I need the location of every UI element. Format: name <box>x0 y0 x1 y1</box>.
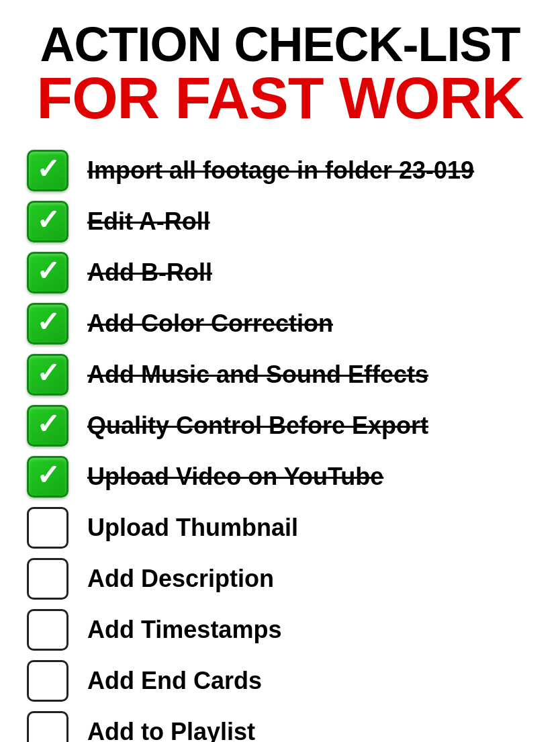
checkmark-icon: ✓ <box>36 359 60 387</box>
checkbox-checked[interactable]: ✓ <box>27 201 68 242</box>
checkmark-icon: ✓ <box>36 461 60 490</box>
item-label: Edit A-Roll <box>87 207 210 236</box>
item-label: Add Timestamps <box>87 616 281 644</box>
checkmark-icon: ✓ <box>36 206 60 234</box>
item-label: Import all footage in folder 23-019 <box>87 156 474 185</box>
list-item[interactable]: ✓Add Music and Sound Effects <box>27 352 533 398</box>
list-item[interactable]: Upload Thumbnail <box>27 505 533 551</box>
checkmark-icon: ✓ <box>36 257 60 285</box>
title-line2: FOR FAST WORK <box>27 68 533 128</box>
checkbox-unchecked[interactable] <box>27 558 68 600</box>
list-item[interactable]: Add Timestamps <box>27 607 533 653</box>
item-label: Add End Cards <box>87 667 262 695</box>
checkbox-unchecked[interactable] <box>27 507 68 549</box>
list-item[interactable]: ✓Edit A-Roll <box>27 199 533 244</box>
list-item[interactable]: Add End Cards <box>27 658 533 704</box>
item-label: Upload Video on YouTube <box>87 463 383 491</box>
item-label: Add to Playlist <box>87 718 255 742</box>
checkbox-checked[interactable]: ✓ <box>27 252 68 293</box>
list-item[interactable]: ✓Add B-Roll <box>27 250 533 295</box>
list-item[interactable]: Add to Playlist <box>27 709 533 742</box>
checkmark-icon: ✓ <box>36 155 60 183</box>
list-item[interactable]: ✓Add Color Correction <box>27 301 533 346</box>
checkbox-checked[interactable]: ✓ <box>27 354 68 396</box>
checkbox-unchecked[interactable] <box>27 660 68 702</box>
checkbox-unchecked[interactable] <box>27 609 68 651</box>
item-label: Quality Control Before Export <box>87 412 428 440</box>
checkbox-unchecked[interactable] <box>27 711 68 742</box>
list-item[interactable]: ✓Quality Control Before Export <box>27 403 533 449</box>
page-header: ACTION CHECK-LIST FOR FAST WORK <box>27 20 533 128</box>
list-item[interactable]: ✓Import all footage in folder 23-019 <box>27 148 533 193</box>
checkmark-icon: ✓ <box>36 410 60 438</box>
checkbox-checked[interactable]: ✓ <box>27 303 68 344</box>
title-line1: ACTION CHECK-LIST <box>27 20 533 68</box>
item-label: Upload Thumbnail <box>87 514 298 542</box>
list-item[interactable]: Add Description <box>27 556 533 602</box>
checkbox-checked[interactable]: ✓ <box>27 456 68 498</box>
item-label: Add Description <box>87 565 274 593</box>
item-label: Add Color Correction <box>87 310 333 338</box>
checkmark-icon: ✓ <box>36 308 60 336</box>
checkbox-checked[interactable]: ✓ <box>27 405 68 447</box>
item-label: Add B-Roll <box>87 259 212 287</box>
checkbox-checked[interactable]: ✓ <box>27 150 68 191</box>
item-label: Add Music and Sound Effects <box>87 361 428 389</box>
list-item[interactable]: ✓Upload Video on YouTube <box>27 454 533 500</box>
checklist: ✓Import all footage in folder 23-019✓Edi… <box>27 148 533 742</box>
